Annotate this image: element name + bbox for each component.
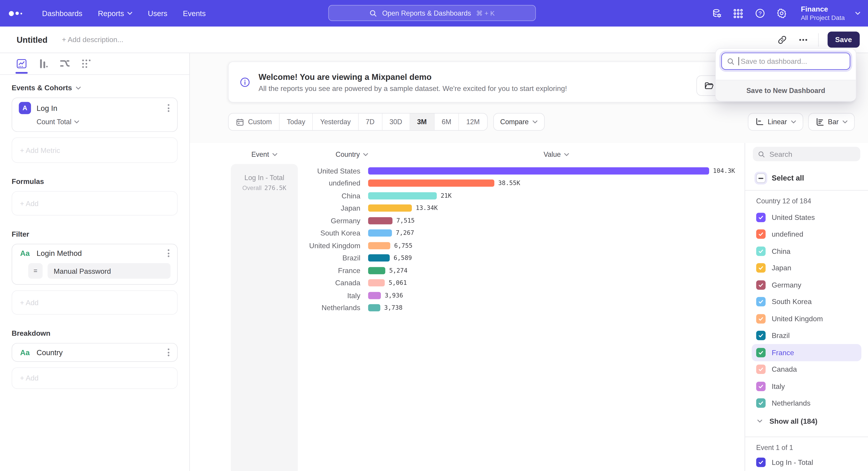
save-button[interactable]: Save [827, 32, 860, 48]
add-formula-button[interactable]: + Add [11, 191, 178, 215]
legend-item-netherlands[interactable]: Netherlands [752, 395, 862, 412]
legend-item-canada[interactable]: Canada [752, 361, 862, 378]
metric-kebab-icon[interactable] [166, 103, 170, 113]
legend-checkbox[interactable] [756, 314, 766, 324]
filter-operator[interactable]: = [28, 263, 43, 279]
breakdown-property-name[interactable]: Country [37, 348, 167, 356]
range-today[interactable]: Today [280, 114, 313, 130]
legend-checkbox[interactable] [756, 382, 766, 391]
legend-item-brazil[interactable]: Brazil [752, 327, 862, 344]
country-column-header[interactable]: Country [298, 151, 368, 158]
add-filter-button[interactable]: + Add [11, 290, 178, 315]
metric-event-name[interactable]: Log In [37, 104, 167, 112]
value-column-header[interactable]: Value [368, 151, 745, 158]
legend-item-france[interactable]: France [752, 344, 862, 361]
legend-checkbox[interactable] [756, 399, 766, 408]
scale-selector-button[interactable]: Linear [748, 113, 803, 131]
report-title[interactable]: Untitled [17, 35, 48, 45]
topnav-link-reports[interactable]: Reports [98, 9, 132, 18]
legend-item-italy[interactable]: Italy [752, 378, 862, 395]
legend-item-germany[interactable]: Germany [752, 276, 862, 293]
filter-property-name[interactable]: Login Method [37, 249, 167, 258]
main-content: Welcome! You are viewing a Mixpanel demo… [190, 53, 868, 471]
save-to-dashboard-input[interactable]: Save to dashboard... [721, 53, 850, 70]
apps-grid-icon[interactable] [733, 8, 744, 19]
tab-flows[interactable] [59, 54, 71, 73]
legend-checkbox[interactable] [756, 331, 766, 341]
legend-item-china[interactable]: China [752, 243, 862, 260]
bar[interactable] [368, 180, 494, 187]
range-yesterday[interactable]: Yesterday [313, 114, 359, 130]
legend-checkbox[interactable] [756, 263, 766, 273]
legend-checkbox[interactable] [756, 348, 766, 357]
filter-kebab-icon[interactable] [166, 248, 170, 258]
range-6m[interactable]: 6M [434, 114, 459, 130]
bar[interactable] [368, 292, 381, 299]
range-7d[interactable]: 7D [359, 114, 382, 130]
bar[interactable] [368, 205, 412, 212]
select-all-row[interactable]: Select all [752, 174, 862, 183]
legend-checkbox[interactable] [756, 280, 766, 290]
add-description-field[interactable]: + Add description... [62, 35, 123, 44]
help-icon[interactable]: ? [754, 8, 765, 19]
topnav-link-users[interactable]: Users [148, 9, 167, 18]
topnav-link-events[interactable]: Events [183, 9, 206, 18]
tab-funnels[interactable] [37, 54, 49, 73]
legend-item-japan[interactable]: Japan [752, 260, 862, 276]
metric-card[interactable]: A Log In Count Total [11, 97, 178, 132]
breakdown-card[interactable]: Aa Country [11, 343, 178, 362]
show-all-toggle[interactable]: Show all (184) [752, 413, 862, 429]
legend-item-united-kingdom[interactable]: United Kingdom [752, 310, 862, 327]
event-column-header[interactable]: Event [231, 151, 298, 158]
breakdown-kebab-icon[interactable] [166, 348, 170, 357]
range-30d[interactable]: 30D [382, 114, 410, 130]
bar[interactable] [368, 192, 437, 199]
bar[interactable] [368, 167, 709, 174]
range-3m[interactable]: 3M [410, 114, 434, 130]
settings-gear-icon[interactable] [776, 8, 787, 19]
legend-item-united-states[interactable]: United States [752, 209, 862, 226]
add-breakdown-button[interactable]: + Add [11, 367, 178, 389]
legend-checkbox[interactable] [756, 297, 766, 306]
mixpanel-logo-icon[interactable] [9, 11, 28, 16]
legend-checkbox[interactable] [756, 458, 766, 467]
bar[interactable] [368, 242, 391, 249]
data-settings-icon[interactable] [711, 8, 722, 19]
save-to-new-dashboard-button[interactable]: Save to New Dashboard [716, 80, 856, 101]
bar[interactable] [368, 267, 385, 274]
more-options-icon[interactable] [797, 33, 809, 46]
project-switcher[interactable]: Finance All Project Data [801, 5, 845, 22]
topnav-link-dashboards[interactable]: Dashboards [42, 9, 82, 18]
legend-checkbox[interactable] [756, 246, 766, 256]
legend-items: United StatesundefinedChinaJapanGermanyS… [752, 209, 862, 412]
overall-label: Overall [242, 185, 261, 191]
date-range-segmented-control: CustomTodayYesterday7D30D3M6M12M [228, 113, 488, 131]
tab-insights[interactable] [16, 54, 28, 73]
legend-event-item-log-in-total[interactable]: Log In - Total [752, 454, 862, 471]
compare-button[interactable]: Compare [493, 113, 545, 131]
legend-item-undefined[interactable]: undefined [752, 226, 862, 243]
legend-checkbox[interactable] [756, 365, 766, 374]
filter-value[interactable]: Manual Password [48, 263, 170, 279]
bar[interactable] [368, 279, 385, 287]
copy-link-icon[interactable] [776, 33, 788, 46]
metric-aggregation[interactable]: Count Total [12, 118, 177, 131]
events-cohorts-header[interactable]: Events & Cohorts [11, 84, 178, 92]
tab-retention[interactable] [80, 54, 92, 73]
bar[interactable] [368, 304, 380, 312]
legend-checkbox[interactable] [756, 213, 766, 222]
legend-checkbox[interactable] [756, 229, 766, 239]
select-all-checkbox[interactable] [756, 174, 766, 183]
bar[interactable] [368, 229, 392, 237]
chart-type-selector-button[interactable]: Bar [808, 113, 855, 131]
range-12m[interactable]: 12M [459, 114, 487, 130]
bar[interactable] [368, 255, 390, 262]
bar[interactable] [368, 217, 393, 224]
legend-search-input[interactable]: Search [753, 147, 860, 161]
legend-item-south-korea[interactable]: South Korea [752, 293, 862, 311]
filter-card[interactable]: Aa Login Method = Manual Password [11, 244, 178, 285]
global-search-input[interactable]: Open Reports & Dashboards ⌘ + K [328, 5, 536, 21]
add-metric-button[interactable]: + Add Metric [11, 137, 178, 163]
range-custom[interactable]: Custom [228, 114, 279, 130]
event-series-panel[interactable]: Log In - Total Overall276.5K [231, 164, 298, 471]
